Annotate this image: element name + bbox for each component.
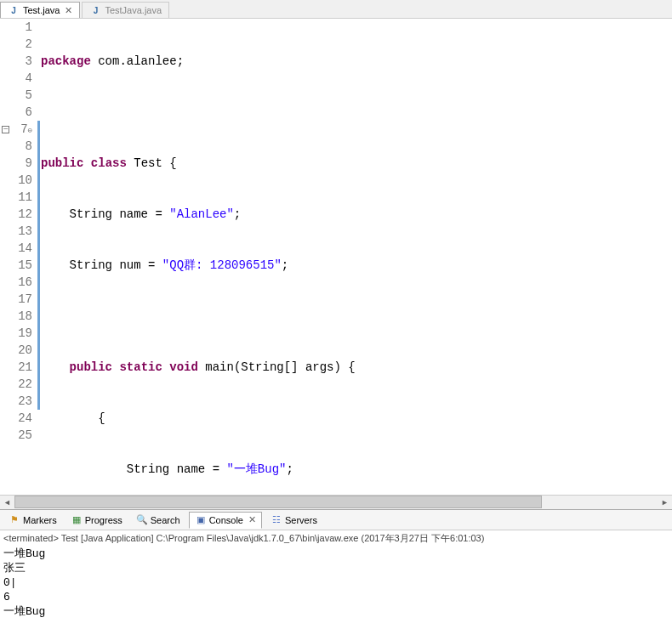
bottom-panel: ⚑ Markers ▦ Progress 🔍 Search ▣ Console …: [0, 509, 672, 619]
tab-progress[interactable]: ▦ Progress: [65, 513, 128, 528]
tab-console[interactable]: ▣ Console ✕: [189, 512, 262, 529]
tab-testjava-java[interactable]: J TestJava.java: [82, 2, 169, 18]
tab-label: TestJava.java: [105, 5, 162, 15]
console-icon: ▣: [195, 514, 207, 526]
tab-markers[interactable]: ⚑ Markers: [3, 513, 62, 528]
search-icon: 🔍: [136, 514, 148, 526]
fold-minus-icon[interactable]: −: [2, 126, 9, 133]
close-icon[interactable]: ✕: [248, 514, 256, 525]
java-file-icon: J: [8, 4, 20, 16]
servers-icon: ☷: [271, 514, 282, 526]
progress-icon: ▦: [71, 514, 83, 526]
tab-test-java[interactable]: J Test.java ✕: [0, 2, 80, 18]
java-file-icon: J: [89, 4, 101, 16]
marker-column: −: [0, 19, 10, 495]
horizontal-scrollbar[interactable]: ◄ ►: [0, 495, 672, 509]
editor-tab-bar: J Test.java ✕ J TestJava.java: [0, 0, 672, 19]
tab-servers[interactable]: ☷ Servers: [265, 513, 322, 528]
code-area[interactable]: package com.alanlee; public class Test {…: [37, 19, 672, 495]
console-status: <terminated> Test [Java Application] C:\…: [0, 530, 672, 547]
markers-icon: ⚑: [9, 514, 20, 526]
code-editor[interactable]: − 12345 67⊖8910 1112131415 1617181920 21…: [0, 19, 672, 495]
tab-search[interactable]: 🔍 Search: [131, 513, 185, 528]
scroll-right-icon[interactable]: ►: [658, 496, 672, 508]
scroll-left-icon[interactable]: ◄: [0, 496, 14, 508]
tab-label: Test.java: [23, 5, 60, 15]
scrollbar-thumb[interactable]: [14, 496, 542, 508]
line-number-gutter: 12345 67⊖8910 1112131415 1617181920 2122…: [10, 19, 37, 495]
console-output[interactable]: 一堆Bug 张三 0 6 一堆Bug: [0, 547, 672, 619]
close-icon[interactable]: ✕: [65, 5, 72, 16]
bottom-view-tabs: ⚑ Markers ▦ Progress 🔍 Search ▣ Console …: [0, 510, 672, 530]
